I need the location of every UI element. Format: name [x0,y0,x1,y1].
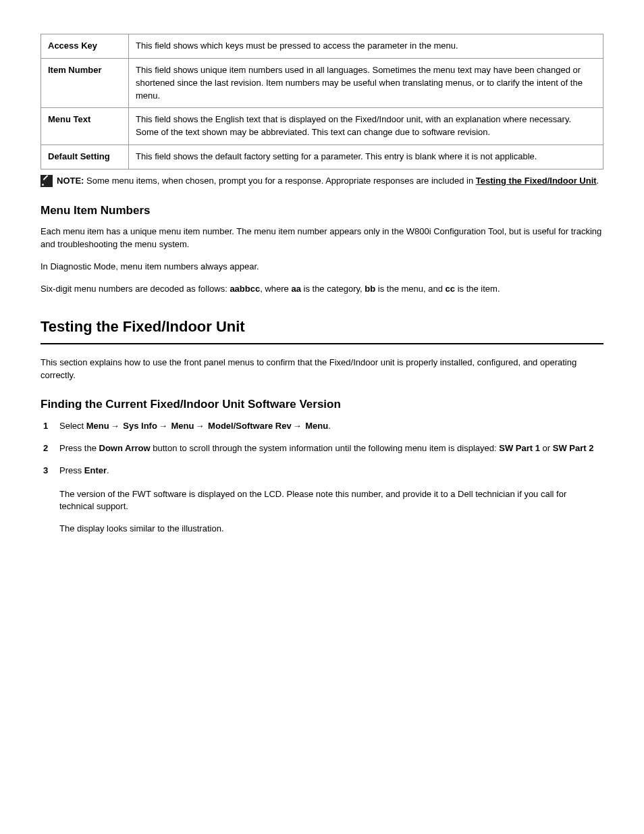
arrow-icon: → [292,421,303,431]
paragraph: Six-digit menu numbers are decoded as fo… [41,283,603,296]
step-list: Select Menu→ Sys Info→ Menu→ Model/Softw… [41,420,603,477]
button-name: Enter [84,465,107,475]
menu-label: Model/Software Rev [208,421,292,431]
note-tail: . [597,176,599,186]
text: Six-digit menu numbers are decoded as fo… [41,284,230,294]
arrow-icon: → [157,421,169,431]
subsection-title: Menu Item Numbers [41,203,603,219]
menu-label: SW Part 1 [499,443,540,453]
text: button to scroll through the system info… [151,443,500,453]
paragraph: The version of the FWT software is displ… [41,488,603,514]
text: Press [59,465,84,475]
arrow-icon: → [194,421,205,431]
cell-key: Default Setting [41,145,129,170]
cell-desc: This field shows the English text that i… [129,108,603,145]
subsection-title: Finding the Current Fixed/Indoor Unit So… [41,396,603,413]
cell-key: Item Number [41,58,129,108]
code: cc [446,284,455,294]
table-row: Access Key This field shows which keys m… [41,34,603,59]
text: Select [59,421,86,431]
paragraph: In Diagnostic Mode, menu item numbers al… [41,261,603,273]
button-name: Down Arrow [99,443,151,453]
section-intro: This section explains how to use the fro… [41,357,603,382]
list-item: Select Menu→ Sys Info→ Menu→ Model/Softw… [41,420,603,433]
text: , where [260,284,291,294]
menu-path: Menu→ Sys Info→ Menu→ Model/Software Rev… [86,421,328,431]
cell-desc: This field shows which keys must be pres… [129,34,603,59]
paragraph: The display looks similar to the illustr… [41,523,603,536]
list-item: Press the Down Arrow button to scroll th… [41,442,603,455]
text: . [107,465,109,475]
menu-label: Sys Info [123,421,157,431]
table-row: Item Number This field shows unique item… [41,58,603,108]
note-link[interactable]: Testing the Fixed/Indoor Unit [476,176,597,186]
text: Press the [59,443,99,453]
text: is the item. [455,284,500,294]
note: NOTE: Some menu items, when chosen, prom… [41,175,603,188]
menu-label: Menu [305,421,328,431]
cell-desc: This field shows the default factory set… [129,145,603,170]
code: aa [291,284,300,294]
section-title: Testing the Fixed/Indoor Unit [41,316,603,344]
text: is the category, [301,284,365,294]
code: bb [365,284,375,294]
cell-desc: This field shows unique item numbers use… [129,58,603,108]
cell-key: Access Key [41,34,129,59]
note-body: Some menu items, when chosen, prompt you… [84,176,475,186]
code: aabbcc [230,284,260,294]
paragraph: Each menu item has a unique menu item nu… [41,226,603,251]
note-label: NOTE: [57,176,84,186]
arrow-icon: → [109,421,121,431]
text: . [328,421,331,431]
parameter-table: Access Key This field shows which keys m… [41,34,603,170]
text: is the menu, and [375,284,445,294]
list-item: Press Enter. [41,465,603,477]
table-row: Default Setting This field shows the def… [41,145,603,170]
cell-key: Menu Text [41,108,129,145]
menu-label: SW Part 2 [553,443,594,453]
note-icon [41,175,53,187]
table-row: Menu Text This field shows the English t… [41,108,603,145]
menu-label: Menu [171,421,194,431]
menu-label: Menu [86,421,109,431]
note-text: NOTE: Some menu items, when chosen, prom… [57,175,599,188]
text: or [540,443,553,453]
